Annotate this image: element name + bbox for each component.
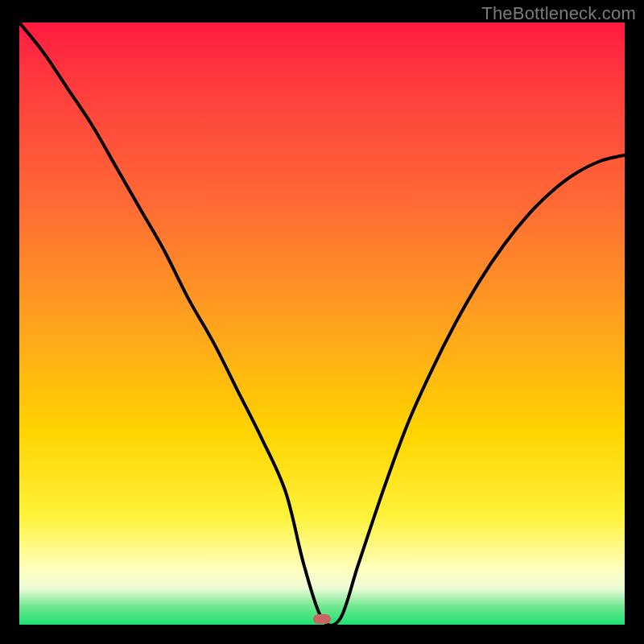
- chart-frame: TheBottleneck.com: [0, 0, 644, 644]
- plot-area: [19, 23, 625, 625]
- curve-path: [19, 23, 625, 625]
- attribution-label: TheBottleneck.com: [481, 3, 636, 24]
- bottleneck-curve: [19, 23, 625, 625]
- optimum-marker: [313, 614, 331, 624]
